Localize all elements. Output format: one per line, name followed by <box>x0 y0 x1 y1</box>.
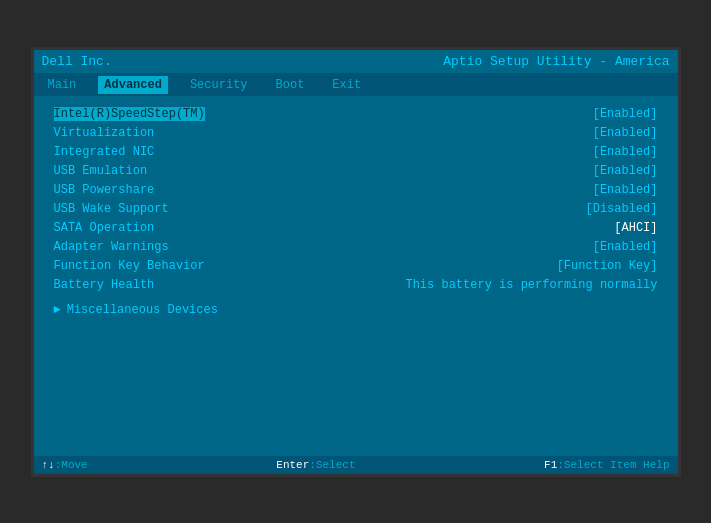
item-value-sata: [AHCI] <box>614 221 657 235</box>
item-value-usb-wake: [Disabled] <box>585 202 657 216</box>
item-name-battery: Battery Health <box>54 278 155 292</box>
item-name-usb-wake: USB Wake Support <box>54 202 169 216</box>
tab-advanced[interactable]: Advanced <box>98 76 168 94</box>
menu-tabs: Main Advanced Security Boot Exit <box>34 74 678 96</box>
item-name-speedstep: Intel(R)SpeedStep(TM) <box>54 107 205 121</box>
footer-help: F1:Select Item Help <box>544 459 669 471</box>
item-name-usb-emulation: USB Emulation <box>54 164 148 178</box>
header-bar: Dell Inc. Aptio Setup Utility - America <box>34 50 678 74</box>
item-name-usb-powershare: USB Powershare <box>54 183 155 197</box>
item-name-adapter: Adapter Warnings <box>54 240 169 254</box>
list-item[interactable]: Battery Health This battery is performin… <box>50 276 662 294</box>
item-name-sata: SATA Operation <box>54 221 155 235</box>
content-area: Intel(R)SpeedStep(TM) [Enabled] Virtuali… <box>34 96 678 330</box>
item-name-nic: Integrated NIC <box>54 145 155 159</box>
bios-container: Dell Inc. Aptio Setup Utility - America … <box>34 50 678 474</box>
laptop-frame: Dell Inc. Aptio Setup Utility - America … <box>0 0 711 523</box>
item-value-usb-powershare: [Enabled] <box>593 183 658 197</box>
list-item[interactable]: Function Key Behavior [Function Key] <box>50 257 662 275</box>
tab-boot[interactable]: Boot <box>270 76 311 94</box>
submenu-arrow-icon: ► <box>54 303 61 317</box>
item-value-adapter: [Enabled] <box>593 240 658 254</box>
list-item[interactable]: SATA Operation [AHCI] <box>50 219 662 237</box>
list-item[interactable]: Virtualization [Enabled] <box>50 124 662 142</box>
list-item[interactable]: USB Wake Support [Disabled] <box>50 200 662 218</box>
footer-select: Enter:Select <box>276 459 355 471</box>
list-item[interactable]: USB Emulation [Enabled] <box>50 162 662 180</box>
tab-exit[interactable]: Exit <box>326 76 367 94</box>
submenu-misc-devices[interactable]: ► Miscellaneous Devices <box>50 300 662 320</box>
footer-bar: ↑↓:Move Enter:Select F1:Select Item Help <box>34 456 678 474</box>
footer-move: ↑↓:Move <box>42 459 88 471</box>
item-value-fnkey: [Function Key] <box>557 259 658 273</box>
tab-security[interactable]: Security <box>184 76 254 94</box>
item-value-usb-emulation: [Enabled] <box>593 164 658 178</box>
screen: Dell Inc. Aptio Setup Utility - America … <box>31 47 681 477</box>
submenu-label: Miscellaneous Devices <box>67 303 218 317</box>
item-value-virtualization: [Enabled] <box>593 126 658 140</box>
item-name-virtualization: Virtualization <box>54 126 155 140</box>
list-item[interactable]: Adapter Warnings [Enabled] <box>50 238 662 256</box>
list-item[interactable]: Intel(R)SpeedStep(TM) [Enabled] <box>50 105 662 123</box>
item-value-nic: [Enabled] <box>593 145 658 159</box>
brand-label: Dell Inc. <box>42 54 112 69</box>
list-item[interactable]: USB Powershare [Enabled] <box>50 181 662 199</box>
utility-label: Aptio Setup Utility - America <box>443 54 669 69</box>
tab-main[interactable]: Main <box>42 76 83 94</box>
item-value-speedstep: [Enabled] <box>593 107 658 121</box>
list-item[interactable]: Integrated NIC [Enabled] <box>50 143 662 161</box>
item-value-battery: This battery is performing normally <box>405 278 657 292</box>
item-name-fnkey: Function Key Behavior <box>54 259 205 273</box>
